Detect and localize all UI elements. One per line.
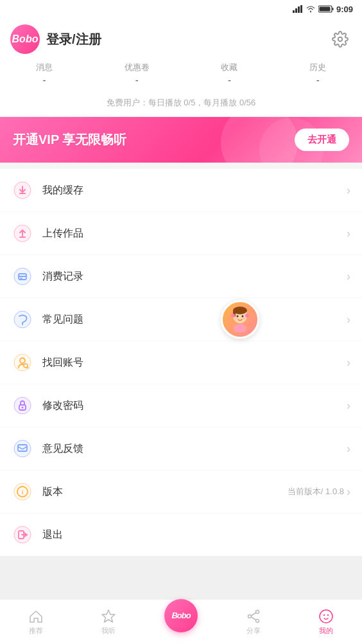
mascot: [221, 300, 259, 339]
svg-point-43: [255, 619, 259, 622]
stat-favorites[interactable]: 收藏 -: [221, 62, 237, 85]
menu-password-right: ›: [347, 399, 350, 413]
menu-feedback-label: 意见反馈: [42, 442, 347, 456]
vip-banner-text: 开通VIP 享无限畅听: [13, 131, 126, 148]
consume-icon-wrap: [12, 265, 33, 287]
tab-center[interactable]: Bobo: [145, 612, 218, 632]
stat-messages[interactable]: 消息 -: [36, 62, 53, 85]
stat-coupons-label: 优惠卷: [125, 62, 150, 73]
page-title: 登录/注册: [46, 31, 101, 48]
menu-upload-right: ›: [347, 227, 350, 240]
menu-item-upload[interactable]: 上传作品 ›: [0, 212, 362, 255]
menu-faq-label: 常见问题: [42, 313, 347, 326]
svg-point-41: [255, 610, 259, 613]
feedback-icon-wrap: [12, 438, 33, 460]
tab-recommend[interactable]: 推荐: [0, 609, 73, 636]
svg-point-23: [235, 318, 238, 319]
stat-coupons[interactable]: 优惠卷 -: [125, 62, 150, 85]
tab-center-logo: Bobo: [164, 599, 198, 632]
menu-version-label: 版本: [42, 485, 288, 499]
svg-point-26: [231, 314, 235, 318]
svg-rect-11: [19, 237, 26, 238]
character-illustration: [228, 307, 252, 332]
tab-mine[interactable]: 我的: [289, 609, 362, 636]
password-icon: [13, 397, 31, 415]
menu-feedback-right: ›: [347, 442, 350, 456]
tab-mine-label: 我的: [319, 626, 333, 636]
svg-point-24: [243, 318, 246, 319]
stat-messages-label: 消息: [36, 62, 53, 73]
svg-point-22: [242, 316, 244, 318]
gear-icon: [332, 31, 349, 48]
menu-findaccount-label: 找回账号: [42, 356, 347, 370]
svg-point-27: [245, 314, 249, 318]
menu-item-feedback[interactable]: 意见反馈 ›: [0, 427, 362, 470]
stat-history-label: 历史: [309, 62, 326, 73]
chevron-icon: ›: [347, 313, 350, 326]
svg-point-31: [14, 397, 31, 414]
svg-point-7: [338, 37, 343, 42]
status-bar: 9:09: [0, 0, 362, 18]
faq-icon: [13, 310, 31, 328]
header-left: Bobo 登录/注册: [10, 24, 101, 54]
menu-item-findaccount[interactable]: 找回账号 ›: [0, 341, 362, 384]
menu-findaccount-right: ›: [347, 356, 350, 370]
settings-button[interactable]: [329, 28, 352, 51]
findaccount-icon: [13, 353, 31, 371]
svg-rect-1: [295, 8, 297, 13]
svg-point-33: [22, 407, 24, 409]
version-icon-wrap: i: [12, 481, 33, 503]
svg-point-44: [320, 610, 332, 623]
menu-item-password[interactable]: 修改密码 ›: [0, 384, 362, 427]
menu-item-version[interactable]: i 版本 当前版本/ 1.0.8 ›: [0, 470, 362, 514]
findaccount-icon-wrap: [12, 352, 33, 373]
chevron-icon: ›: [347, 356, 350, 370]
svg-point-42: [248, 614, 251, 618]
chevron-icon: ›: [347, 442, 350, 456]
svg-rect-6: [319, 7, 330, 12]
svg-point-17: [22, 324, 23, 325]
svg-point-16: [14, 311, 31, 328]
svg-rect-0: [293, 10, 295, 13]
tab-recommend-label: 推荐: [29, 626, 43, 636]
star-icon: [101, 609, 116, 624]
menu-item-cache[interactable]: 我的缓存 ›: [0, 169, 362, 212]
menu-password-label: 修改密码: [42, 399, 347, 413]
stat-history[interactable]: 历史 -: [309, 62, 326, 85]
vip-banner[interactable]: 开通VIP 享无限畅听 去开通: [0, 117, 362, 163]
chevron-icon: ›: [347, 399, 350, 413]
svg-text:i: i: [22, 489, 24, 496]
battery-icon: [318, 5, 334, 13]
stat-messages-value: -: [42, 75, 46, 85]
chevron-icon: ›: [347, 485, 350, 499]
menu-item-logout[interactable]: 退出: [0, 514, 362, 556]
svg-point-21: [237, 316, 239, 318]
tab-share[interactable]: 分享: [217, 609, 289, 636]
menu-item-consume[interactable]: 消费记录 ›: [0, 255, 362, 298]
svg-point-45: [323, 614, 324, 615]
svg-point-25: [234, 324, 246, 332]
menu-cache-label: 我的缓存: [42, 184, 347, 197]
vip-activate-button[interactable]: 去开通: [295, 129, 349, 151]
menu-version-right: 当前版本/ 1.0.8 ›: [288, 485, 350, 499]
app-header: Bobo 登录/注册: [0, 18, 362, 54]
svg-rect-9: [19, 193, 26, 194]
free-user-info: 免费用户：每日播放 0/5，每月播放 0/56: [0, 92, 362, 117]
bottom-tabs: 推荐 我听 Bobo 分享 我的: [0, 599, 362, 644]
tab-listen[interactable]: 我听: [73, 609, 145, 636]
stats-row: 消息 - 优惠卷 - 收藏 - 历史 -: [0, 54, 362, 92]
mascot-avatar: [221, 300, 259, 339]
menu-upload-label: 上传作品: [42, 227, 347, 240]
svg-point-46: [327, 614, 328, 615]
upload-icon: [13, 224, 31, 242]
chevron-icon: ›: [347, 227, 350, 240]
menu-item-faq[interactable]: 常见问题: [0, 298, 362, 341]
signal-icon: [293, 5, 303, 13]
tab-listen-label: 我听: [101, 626, 116, 636]
svg-rect-3: [300, 5, 302, 13]
svg-rect-5: [332, 8, 333, 10]
svg-rect-15: [20, 278, 22, 279]
faq-icon-wrap: [12, 309, 33, 330]
menu-cache-right: ›: [347, 184, 350, 197]
chevron-icon: ›: [347, 184, 350, 197]
